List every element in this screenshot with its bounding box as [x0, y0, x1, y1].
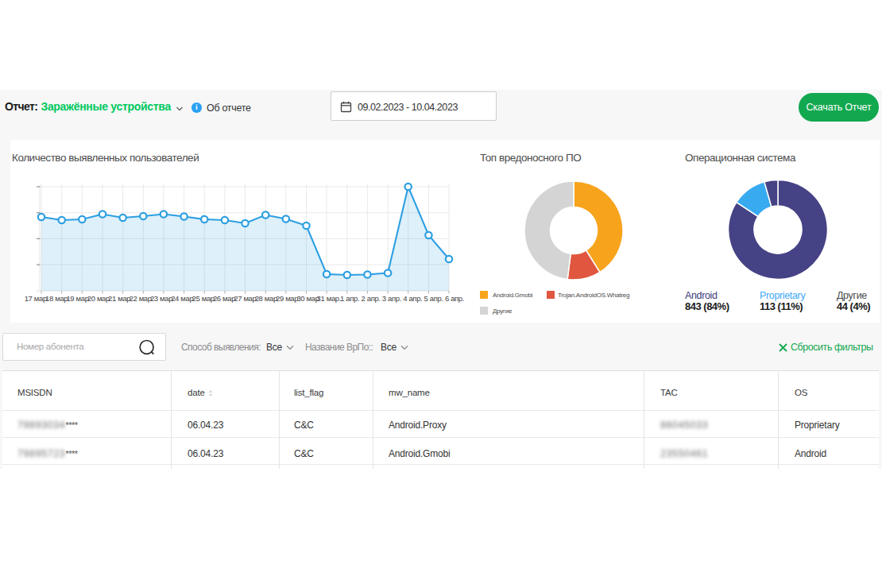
svg-text:20 мар: 20 мар	[87, 294, 110, 303]
svg-text:19 мар: 19 мар	[66, 294, 88, 303]
svg-text:28 мар: 28 мар	[255, 294, 277, 303]
svg-text:24 мар: 24 мар	[171, 294, 193, 303]
svg-text:21 мар: 21 мар	[108, 294, 130, 303]
svg-text:25 мар: 25 мар	[192, 294, 215, 303]
svg-text:30 мар: 30 мар	[296, 294, 319, 303]
svg-text:2 апр.: 2 апр.	[362, 294, 381, 303]
svg-text:1 апр.: 1 апр.	[340, 294, 359, 303]
svg-text:3 апр.: 3 апр.	[382, 294, 401, 303]
svg-text:23 мар: 23 мар	[150, 294, 172, 303]
svg-text:29 мар: 29 мар	[276, 294, 298, 303]
svg-text:27 мар: 27 мар	[234, 294, 256, 303]
svg-text:17 мар: 17 мар	[25, 294, 47, 303]
svg-text:22 мар: 22 мар	[129, 294, 151, 303]
svg-text:6 апр.: 6 апр.	[445, 294, 464, 303]
svg-text:31 мар.: 31 мар.	[317, 294, 342, 303]
svg-text:5 апр.: 5 апр.	[424, 294, 443, 303]
svg-text:4 апр.: 4 апр.	[403, 294, 422, 303]
svg-text:26 мар: 26 мар	[213, 294, 235, 303]
svg-text:18 мар: 18 мар	[45, 294, 68, 303]
